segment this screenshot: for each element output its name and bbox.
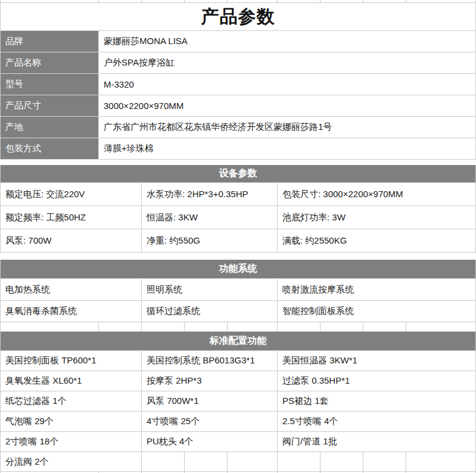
spec-cell: 过滤泵 0.35HP*1 [278, 371, 476, 391]
table-row: 分流阀 2个 [0, 452, 476, 472]
grid-cell [228, 0, 278, 3]
equipment-table: 额定电压: 交流220V 水泵功率: 2HP*3+0.35HP 包装尺寸: 30… [0, 183, 476, 253]
spec-cell: 包装尺寸: 3000×2200×970MM [278, 183, 476, 206]
spec-cell: 净重: 约550G [142, 229, 278, 253]
spec-cell: 照明系统 [142, 279, 278, 301]
section-header-equipment: 设备参数 [0, 165, 476, 183]
grid-cell [278, 322, 321, 332]
grid-cell [142, 322, 185, 332]
section-title: 标准配置功能 [210, 335, 267, 347]
spec-value: 3000×2200×970MM [99, 95, 476, 117]
grid-cell [1, 0, 99, 3]
section-gap [0, 253, 476, 260]
grid-cell [99, 322, 142, 332]
table-row: 臭氧消毒杀菌系统 循环过滤系统 智能控制面板系统 [0, 301, 476, 322]
grid-cell [142, 452, 185, 472]
table-row: 纸芯过滤器 1个 风泵 700W*1 PS裙边 1套 [0, 391, 476, 412]
page-title: 产品参数 [201, 5, 275, 29]
spec-value: 薄膜+珍珠棉 [99, 138, 476, 160]
spec-cell: 风泵: 700W [1, 229, 142, 253]
grid-cell [142, 0, 185, 3]
grid-cell [321, 322, 363, 332]
grid-cell [185, 452, 228, 472]
spec-cell: 恒温器: 3KW [142, 206, 278, 229]
section-gap [0, 160, 476, 165]
spec-cell: PU枕头 4个 [142, 432, 278, 452]
grid-cell [99, 0, 142, 3]
spec-cell: 阀门/管道 1批 [278, 432, 476, 452]
spec-cell: 喷射激流按摩系统 [278, 279, 476, 301]
spec-cell: 额定频率: 工频50HZ [1, 206, 142, 229]
spec-cell: 额定电压: 交流220V [1, 183, 142, 206]
spec-label: 品牌 [1, 31, 99, 52]
spec-cell: 臭氧发生器 XL60*1 [1, 371, 142, 391]
spec-cell: 电加热系统 [1, 279, 142, 301]
grid-cell [228, 322, 278, 332]
functions-table: 电加热系统 照明系统 喷射激流按摩系统 臭氧消毒杀菌系统 循环过滤系统 智能控制… [0, 279, 476, 322]
grid-cell [363, 0, 406, 3]
spec-cell: 臭氧消毒杀菌系统 [1, 301, 142, 322]
spec-cell: 风泵 700W*1 [142, 391, 278, 412]
table-row: 额定频率: 工频50HZ 恒温器: 3KW 池底灯功率: 3W [0, 206, 476, 229]
section-header-functions: 功能系统 [0, 260, 476, 279]
title-row: 产品参数 [0, 3, 476, 31]
table-row: 美国控制面板 TP600*1 美国控制系统 BP6013G3*1 美国恒温器 3… [0, 351, 476, 371]
spec-cell: 按摩泵 2HP*3 [142, 371, 278, 391]
spec-cell: 池底灯功率: 3W [278, 206, 476, 229]
spec-cell: 2.5寸喷嘴 4个 [278, 412, 476, 432]
section-title: 设备参数 [219, 167, 257, 180]
product-spec-sheet: 产品参数 品牌 蒙娜丽莎MONA LISA 产品名称 户外SPA按摩浴缸 型号 … [0, 0, 476, 473]
table-row: 电加热系统 照明系统 喷射激流按摩系统 [0, 279, 476, 301]
grid-cell [1, 322, 99, 332]
section-header-standard-config: 标准配置功能 [0, 332, 476, 351]
spec-cell: 循环过滤系统 [142, 301, 278, 322]
spec-value: 广东省广州市花都区花东镇华侨经济开发区蒙娜丽莎路1号 [99, 117, 476, 138]
grid-cell [185, 322, 228, 332]
grid-cell [185, 0, 228, 3]
grid-cell [321, 452, 363, 472]
grid-cell [278, 0, 321, 3]
section-title: 功能系统 [219, 263, 257, 275]
spec-cell: 纸芯过滤器 1个 [1, 391, 142, 412]
table-row: 臭氧发生器 XL60*1 按摩泵 2HP*3 过滤泵 0.35HP*1 [0, 371, 476, 391]
table-row: 风泵: 700W 净重: 约550G 满载: 约2550KG [0, 229, 476, 253]
spec-label: 产品名称 [1, 52, 99, 74]
table-row: 额定电压: 交流220V 水泵功率: 2HP*3+0.35HP 包装尺寸: 30… [0, 183, 476, 206]
spec-label: 产地 [1, 117, 99, 138]
spec-label: 包装方式 [1, 138, 99, 160]
table-row: 品牌 蒙娜丽莎MONA LISA [0, 31, 476, 52]
grid-cell [321, 0, 363, 3]
table-row: 产品尺寸 3000×2200×970MM [0, 95, 476, 117]
spec-cell: 满载: 约2550KG [278, 229, 476, 253]
grid-cell [406, 322, 476, 332]
spec-value: M-3320 [99, 74, 476, 95]
grid-cell [363, 452, 406, 472]
spec-cell: 气泡嘴 29个 [1, 412, 142, 432]
spec-label: 型号 [1, 74, 99, 95]
mid-grid-strip [0, 322, 476, 332]
spec-cell: 分流阀 2个 [1, 452, 142, 472]
spec-cell: 智能控制面板系统 [278, 301, 476, 322]
table-row: 型号 M-3320 [0, 74, 476, 95]
table-row: 包装方式 薄膜+珍珠棉 [0, 138, 476, 160]
spec-cell: 2寸喷嘴 18个 [1, 432, 142, 452]
table-row: 气泡嘴 29个 4寸喷嘴 25个 2.5寸喷嘴 4个 [0, 412, 476, 432]
spec-cell: 美国恒温器 3KW*1 [278, 351, 476, 371]
spec-cell: 4寸喷嘴 25个 [142, 412, 278, 432]
spec-value: 蒙娜丽莎MONA LISA [99, 31, 476, 52]
grid-cell [228, 452, 278, 472]
grid-cell [278, 452, 321, 472]
grid-cell [406, 0, 476, 3]
grid-cell [363, 322, 406, 332]
table-row: 产品名称 户外SPA按摩浴缸 [0, 52, 476, 74]
table-row: 2寸喷嘴 18个 PU枕头 4个 阀门/管道 1批 [0, 432, 476, 452]
table-row: 产地 广东省广州市花都区花东镇华侨经济开发区蒙娜丽莎路1号 [0, 117, 476, 138]
spec-cell: 水泵功率: 2HP*3+0.35HP [142, 183, 278, 206]
info-table: 品牌 蒙娜丽莎MONA LISA 产品名称 户外SPA按摩浴缸 型号 M-332… [0, 31, 476, 160]
spec-cell: PS裙边 1套 [278, 391, 476, 412]
spec-label: 产品尺寸 [1, 95, 99, 117]
spec-value: 户外SPA按摩浴缸 [99, 52, 476, 74]
spec-cell: 美国控制系统 BP6013G3*1 [142, 351, 278, 371]
spec-cell: 美国控制面板 TP600*1 [1, 351, 142, 371]
grid-cell [406, 452, 476, 472]
